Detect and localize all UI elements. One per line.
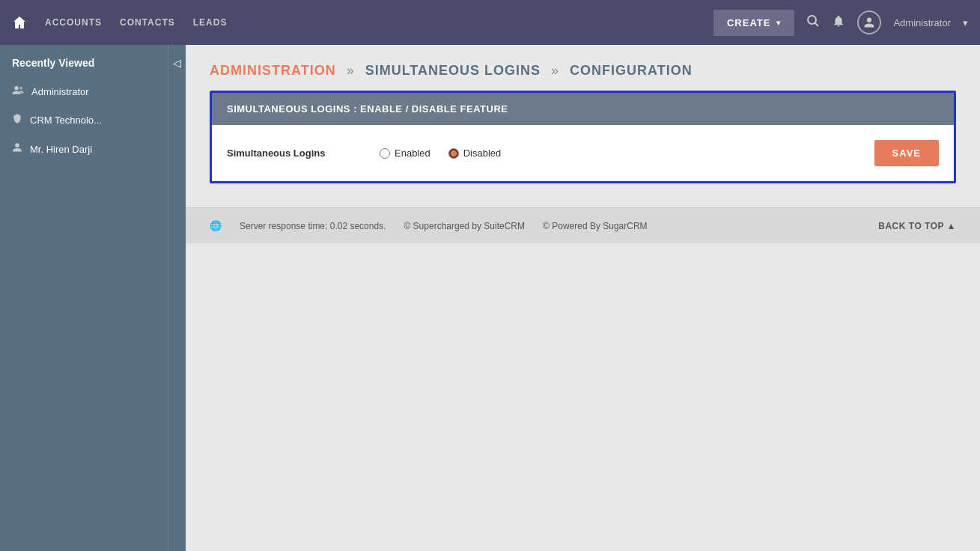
breadcrumb: ADMINISTRATION » SIMULTANEOUS LOGINS » C… [186,45,980,91]
radio-disabled-input[interactable] [448,148,459,159]
breadcrumb-sep2: » [551,63,559,78]
bell-icon[interactable] [832,14,845,31]
radio-enabled[interactable]: Enabled [380,147,430,159]
collapse-icon: ◁ [173,57,181,69]
nav-contacts[interactable]: CONTACTS [120,17,175,28]
admin-arrow-icon: ▾ [963,17,968,28]
sidebar-item-label: Mr. Hiren Darji [30,144,148,155]
radio-disabled[interactable]: Disabled [448,147,502,159]
svg-point-2 [14,86,18,90]
sidebar-item-hiren[interactable]: Mr. Hiren Darji ✏ [0,135,168,164]
config-panel: SIMULTANEOUS LOGINS : ENABLE / DISABLE F… [210,91,956,183]
breadcrumb-part1: ADMINISTRATION [210,63,336,78]
radio-group: Enabled Disabled [380,147,501,159]
person-icon [12,142,22,156]
back-to-top-button[interactable]: BACK TO TOP ▲ [878,221,956,231]
panel-header: SIMULTANEOUS LOGINS : ENABLE / DISABLE F… [212,93,954,125]
radio-disabled-label: Disabled [463,147,502,159]
breadcrumb-part3: CONFIGURATION [570,63,693,78]
powered-text: © Powered By SugarCRM [543,221,648,231]
create-button[interactable]: CREATE ▾ [713,10,794,36]
save-button[interactable]: SAVE [874,140,939,166]
panel-body: Simultaneous Logins Enabled Disabled SAV… [212,125,954,181]
radio-enabled-input[interactable] [380,148,390,159]
server-response-text: Server response time: 0.02 seconds. [240,221,386,231]
footer: 🌐 Server response time: 0.02 seconds. © … [186,207,980,243]
breadcrumb-part2: SIMULTANEOUS LOGINS [365,63,541,78]
radio-enabled-label: Enabled [395,147,430,159]
svg-point-4 [15,143,19,147]
avatar[interactable] [857,10,881,34]
home-button[interactable] [12,15,27,30]
topnav-right: CREATE ▾ Administrator ▾ [713,10,968,36]
breadcrumb-sep1: » [347,63,355,78]
create-arrow-icon: ▾ [776,19,781,27]
sidebar-item-administrator[interactable]: Administrator ✏ [0,78,168,106]
main-content: ADMINISTRATION » SIMULTANEOUS LOGINS » C… [186,45,980,551]
nav-leads[interactable]: LEADS [193,17,228,28]
topnav: ACCOUNTS CONTACTS LEADS CREATE ▾ Adminis… [0,0,980,45]
sidebar-item-label: CRM Technolo... [30,115,148,126]
sidebar-collapse-button[interactable]: ◁ [168,45,186,551]
create-label: CREATE [727,17,770,28]
svg-point-0 [808,16,816,24]
svg-point-3 [19,87,22,90]
search-icon[interactable] [806,14,820,31]
sidebar-item-label: Administrator [31,86,148,97]
sidebar-item-crm[interactable]: CRM Technolo... ✏ [0,106,168,135]
field-label: Simultaneous Logins [227,147,362,159]
nav-accounts[interactable]: ACCOUNTS [45,17,102,28]
supercharged-text: © Supercharged by SuiteCRM [404,221,525,231]
svg-line-1 [815,22,819,26]
admin-name[interactable]: Administrator [893,17,951,28]
shield-icon [12,113,22,127]
sidebar-header: Recently Viewed [0,45,168,78]
globe-icon: 🌐 [210,220,222,231]
person-group-icon [12,85,24,98]
layout: Recently Viewed Administrator ✏ CRM Tech… [0,45,980,551]
sidebar: Recently Viewed Administrator ✏ CRM Tech… [0,45,168,551]
